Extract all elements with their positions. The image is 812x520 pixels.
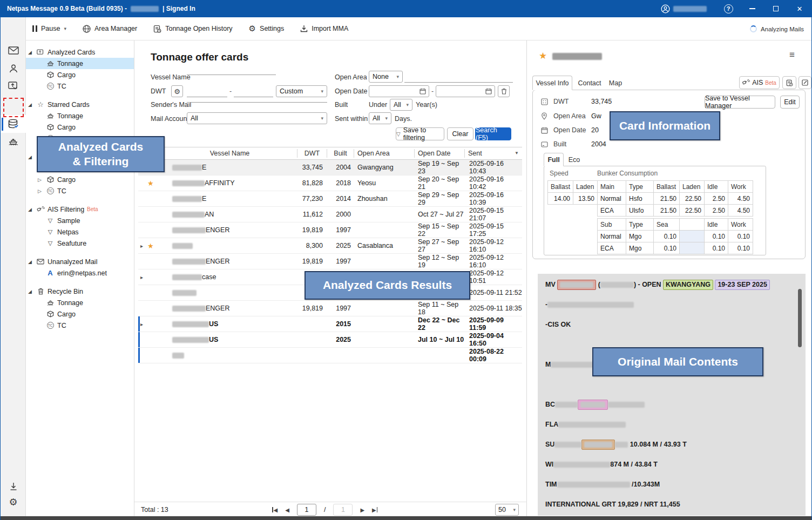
tree-row[interactable]: ◢ Analyzed Cards [26, 46, 134, 58]
tree-row[interactable]: Tonnage [26, 58, 134, 69]
header-dwt[interactable]: DWT [297, 149, 327, 158]
header-open-area[interactable]: Open Area [354, 149, 415, 158]
header-sent[interactable]: Sent ▼ [465, 149, 522, 158]
open-area-input[interactable] [404, 72, 513, 83]
row-expand-icon[interactable]: ▸ [140, 243, 145, 249]
tree-row[interactable]: A erin@netpas.net [26, 267, 134, 279]
row-expand-icon[interactable]: ▸ [140, 274, 145, 280]
pause-button[interactable]: Pause ▾ [32, 25, 66, 32]
edit-button[interactable]: Edit [780, 96, 800, 109]
prev-page-button[interactable]: ◀ [285, 507, 289, 513]
tree-arrow-icon[interactable]: ◢ [28, 50, 36, 55]
tree-row[interactable]: TC TC [26, 320, 134, 331]
tree-row[interactable]: ◢ AIS Filtering Beta [26, 204, 134, 215]
area-manager-button[interactable]: Area Manager [83, 25, 137, 33]
rail-analyzed-button[interactable] [1, 77, 26, 95]
next-page-button[interactable]: ▶ [360, 507, 364, 513]
tree-arrow-icon[interactable]: ◢ [28, 259, 36, 265]
tree-row[interactable]: ▽ Seafuture [26, 238, 134, 249]
table-row[interactable]: 2025-08-22 00:09 [138, 348, 522, 363]
header-vessel-name[interactable]: Vessel Name [163, 149, 297, 158]
maximize-button[interactable] [764, 0, 788, 17]
tree-row[interactable]: ▷ TC TC [26, 185, 134, 197]
save-to-filtering-button[interactable]: ▽ Save to filtering [396, 127, 444, 140]
senders-mail-input[interactable] [187, 92, 327, 103]
settings-button[interactable]: ⚙ Settings [249, 24, 285, 33]
sent-within-select[interactable]: All▾ [369, 112, 391, 124]
tree-arrow-icon[interactable]: ▷ [38, 177, 46, 183]
vessel-name-input[interactable] [187, 64, 276, 75]
dwt-settings-button[interactable]: ⚙ [171, 85, 183, 97]
open-date-clear-button[interactable] [498, 85, 510, 97]
mail-scrollbar[interactable] [798, 289, 802, 347]
tree-arrow-icon[interactable]: ◢ [28, 102, 36, 107]
page-size-select[interactable]: 50 ▾ [495, 504, 519, 516]
tonnage-open-history-button[interactable]: Tonnage Open History [153, 25, 232, 33]
rail-contacts-button[interactable] [1, 59, 26, 77]
clear-button[interactable]: Clear [447, 127, 473, 140]
table-row[interactable]: E 77,230 2014 Zhoushan Sep 29 ~ Sep 29 2… [138, 191, 522, 207]
tree-row[interactable]: ◢ ☆ Starred Cards [26, 99, 134, 110]
header-built[interactable]: Built [327, 149, 354, 158]
tree-row[interactable]: ◢ Recycle Bin [26, 286, 134, 297]
row-star-icon[interactable]: ★ [147, 242, 154, 250]
card-history-button[interactable] [782, 76, 796, 89]
table-row[interactable]: ENGER 19,819 1997 Sep 15 ~ Sep 22 2025-0… [138, 222, 522, 238]
rail-settings-button[interactable]: ⚙ [1, 493, 26, 511]
minimize-button[interactable] [740, 0, 764, 17]
open-date-to-input[interactable] [436, 85, 495, 97]
tab-map[interactable]: Map [607, 76, 624, 90]
tree-row[interactable]: ▽ Sample [26, 215, 134, 226]
sort-desc-icon[interactable]: ▼ [515, 149, 519, 158]
rail-mail-button[interactable] [1, 42, 26, 59]
built-select[interactable]: All▾ [390, 99, 412, 111]
table-row[interactable]: ENGER 19,819 1997 Sep 12 ~ Sep 19 2025-0… [138, 254, 522, 269]
tree-arrow-icon[interactable]: ◢ [28, 289, 36, 294]
help-button[interactable]: ? [716, 0, 740, 17]
table-row[interactable]: US 2025 Jul 10 ~ Jul 10 2025-09-04 16:50 [138, 332, 522, 348]
ais-button[interactable]: AIS Beta [739, 76, 780, 89]
tree-row[interactable]: TC TC [26, 80, 134, 92]
menu-icon[interactable]: ≡ [789, 50, 795, 60]
header-open-date[interactable]: Open Date [415, 149, 465, 158]
tree-arrow-icon[interactable]: ▷ [38, 188, 46, 194]
card-star-icon[interactable]: ★ [539, 50, 547, 62]
rail-vessel-button[interactable] [1, 133, 26, 151]
tree-arrow-icon[interactable]: ◢ [28, 207, 36, 212]
tree-row[interactable]: Cargo [26, 69, 134, 80]
table-row[interactable]: AN 11,612 2000 Oct 27 ~ Jul 27 2025-09-1… [138, 207, 522, 222]
table-row[interactable]: ★ AFFINITY 81,828 2018 Yeosu Sep 20 ~ Se… [138, 175, 522, 191]
table-row[interactable]: ▸ US 2015 Dec 22 ~ Dec 22 2025-09-09 11:… [138, 316, 522, 332]
tree-row[interactable]: Cargo [26, 308, 134, 320]
import-mma-button[interactable]: Import MMA [300, 25, 348, 32]
open-area-select[interactable]: None▾ [369, 71, 403, 83]
table-row[interactable]: ENGER 19,819 1997 Sep 11 ~ Sep 18 2025-0… [138, 301, 522, 316]
table-row[interactable]: E 33,745 2004 Gwangyang Sep 19 ~ Sep 23 … [138, 160, 522, 175]
tree-row[interactable]: Cargo [26, 121, 134, 133]
card-edit-note-button[interactable] [799, 76, 811, 89]
tab-full[interactable]: Full [544, 153, 564, 166]
tree-row[interactable]: ▽ Netpas [26, 226, 134, 238]
page-input[interactable]: 1 [297, 504, 316, 516]
search-button[interactable]: Search (F5) [475, 127, 511, 140]
account-button[interactable] [661, 4, 707, 13]
tree-row[interactable]: ▷ Cargo [26, 174, 134, 185]
rail-cards-button[interactable] [1, 115, 26, 133]
tree-row[interactable]: Tonnage [26, 110, 134, 121]
first-page-button[interactable]: ◀ [272, 507, 278, 513]
row-star-icon[interactable]: ★ [147, 179, 154, 187]
close-button[interactable]: ✕ [788, 0, 811, 17]
save-to-vessel-manager-button[interactable]: Save to Vessel Manager [705, 96, 775, 109]
tree-row[interactable]: ◢ Unanalyzed Mail [26, 256, 134, 267]
tab-eco[interactable]: Eco [565, 153, 583, 166]
row-expand-icon[interactable]: ▸ [140, 321, 145, 327]
open-date-from-input[interactable] [369, 85, 429, 97]
tree-row[interactable]: Tonnage [26, 297, 134, 308]
results-table-header[interactable]: Vessel Name DWT Built Open Area Open Dat… [138, 147, 522, 160]
tab-contact[interactable]: Contact [576, 76, 604, 90]
last-page-button[interactable]: ▶ [372, 507, 377, 513]
tree-arrow-icon[interactable]: ◢ [28, 154, 36, 160]
mail-account-select[interactable]: All▾ [187, 112, 327, 124]
tab-vessel-info[interactable]: Vessel Info [532, 76, 572, 90]
table-row[interactable]: ▸ ★ 8,300 2025 Casablanca Sep 27 ~ Sep 2… [138, 238, 522, 254]
